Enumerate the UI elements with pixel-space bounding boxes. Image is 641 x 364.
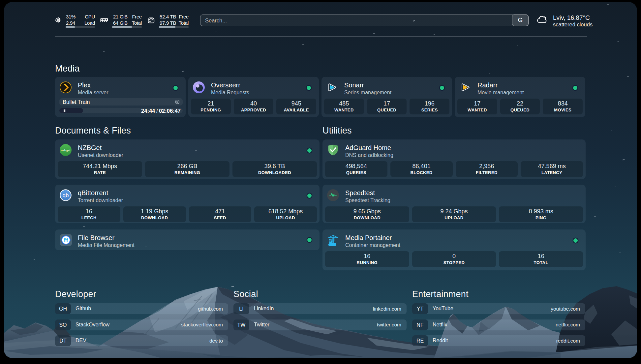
svg-text:qb: qb	[63, 192, 69, 198]
svg-text:nzbget: nzbget	[61, 148, 71, 152]
